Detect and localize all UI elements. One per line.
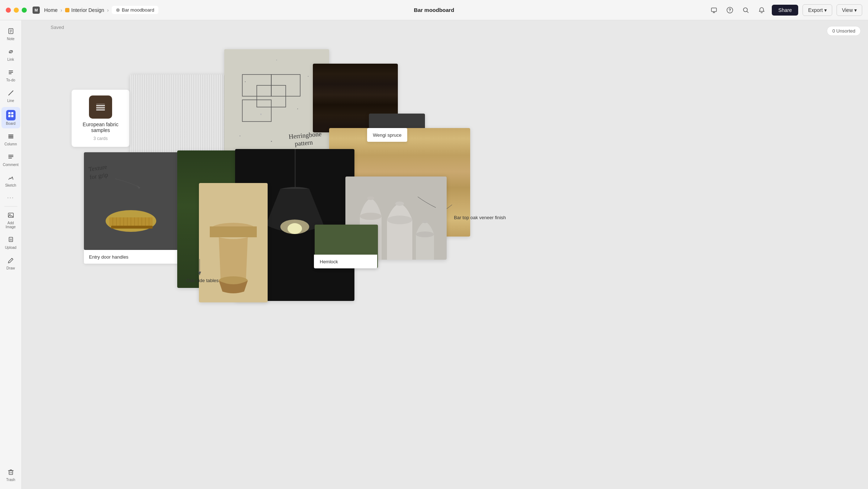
svg-point-55 (288, 223, 302, 234)
svg-rect-24 (9, 237, 13, 242)
breadcrumb: Home › Interior Design › Bar moodboard (44, 6, 158, 14)
sidebar-item-line[interactable]: Line (1, 86, 20, 106)
main-layout: Note Link To-do (0, 20, 868, 489)
hemlock-label-card[interactable]: Hemlock (314, 255, 377, 268)
svg-rect-13 (11, 112, 13, 114)
svg-rect-0 (711, 8, 716, 12)
unsorted-badge[interactable]: 0 Unsorted (827, 26, 861, 36)
svg-rect-21 (8, 158, 12, 158)
sidebar-item-upload[interactable]: Upload (1, 233, 20, 252)
sidebar-item-link[interactable]: Link (1, 45, 20, 64)
device-icon[interactable] (708, 4, 720, 16)
svg-rect-16 (8, 135, 13, 136)
todo-icon (7, 69, 14, 77)
board-label: Board (6, 122, 16, 126)
fabric-count: 3 cards (93, 136, 107, 141)
search-icon[interactable] (740, 4, 752, 16)
sketch-icon (7, 174, 14, 182)
board-icon (6, 110, 16, 120)
group-icon (89, 95, 112, 119)
help-icon[interactable] (724, 4, 736, 16)
comment-label: Comment (3, 163, 18, 167)
sidebar-item-board[interactable]: Board (1, 107, 20, 128)
svg-rect-27 (9, 471, 13, 475)
link-label: Link (7, 58, 14, 61)
svg-point-64 (395, 201, 404, 206)
svg-line-11 (9, 91, 13, 95)
fullscreen-button[interactable] (22, 8, 27, 13)
saved-label: Saved (51, 25, 64, 30)
svg-rect-12 (8, 112, 10, 114)
svg-rect-15 (11, 115, 13, 117)
trash-label: Trash (6, 478, 15, 482)
svg-rect-10 (9, 73, 12, 74)
svg-point-65 (416, 231, 434, 237)
trash-icon (7, 468, 14, 477)
sidebar-item-column[interactable]: Column (1, 130, 20, 149)
svg-rect-52 (111, 226, 153, 229)
sidebar-item-trash[interactable]: Trash (1, 465, 20, 485)
fabric-title: European fabric samples (77, 122, 124, 133)
column-icon (7, 133, 14, 141)
comment-icon (7, 153, 14, 162)
notification-icon[interactable] (756, 4, 767, 16)
wengi-spruce-label: Wengi spruce (373, 132, 401, 138)
titlebar: M Home › Interior Design › Bar moodboard… (0, 0, 868, 20)
sidebar-item-sketch[interactable]: Sketch (1, 171, 20, 190)
sidebar-item-add-image[interactable]: Add Image (1, 209, 20, 232)
sidebar-item-more[interactable]: ··· (1, 192, 20, 204)
door-handles-label-card[interactable]: Entry door handles (84, 250, 180, 264)
sidebar-item-note[interactable]: Note (1, 25, 20, 44)
breadcrumb-project[interactable]: Interior Design (65, 7, 104, 13)
svg-rect-18 (8, 137, 13, 139)
add-image-icon (7, 212, 14, 220)
svg-rect-9 (9, 72, 13, 73)
sidebar-item-comment[interactable]: Comment (1, 150, 20, 170)
bar-top-annotation: Bar top oak veneer finish (454, 215, 506, 220)
svg-rect-14 (8, 115, 10, 117)
canvas[interactable]: Saved 0 Unsorted European fabric samples… (22, 20, 868, 489)
svg-point-63 (387, 216, 412, 224)
sidebar-item-draw[interactable]: Draw (1, 254, 20, 273)
european-fabric-card[interactable]: European fabric samples 3 cards (72, 90, 129, 147)
draw-label: Draw (7, 266, 15, 270)
svg-rect-17 (8, 136, 13, 137)
view-button[interactable]: View ▾ (837, 4, 862, 16)
app-icon: M (33, 7, 40, 14)
add-image-label: Add Image (4, 221, 18, 229)
svg-point-61 (360, 213, 382, 220)
export-button[interactable]: Export ▾ (803, 4, 832, 16)
draw-icon (7, 257, 14, 265)
active-tab[interactable]: Bar moodboard (112, 6, 159, 14)
side-tables-annotation: Oak side tables (186, 278, 219, 283)
sketch-label: Sketch (5, 183, 16, 187)
page-title: Bar moodboard (414, 7, 454, 13)
header-actions: Share Export ▾ View ▾ (708, 4, 862, 16)
svg-rect-8 (9, 71, 13, 71)
hemlock-label: Hemlock (320, 259, 338, 264)
svg-point-23 (9, 214, 10, 215)
note-label: Note (7, 37, 14, 41)
line-icon (7, 89, 14, 98)
sidebar-item-todo[interactable]: To-do (1, 66, 20, 85)
sidebar: Note Link To-do (0, 20, 22, 489)
wengi-spruce-card[interactable]: Wengi spruce (367, 128, 407, 142)
svg-rect-20 (8, 156, 13, 157)
note-icon (7, 27, 14, 36)
share-button[interactable]: Share (772, 5, 798, 16)
breadcrumb-home[interactable]: Home (44, 7, 58, 13)
tab-dot (116, 8, 120, 12)
todo-label: To-do (6, 78, 15, 82)
minimize-button[interactable] (14, 8, 19, 13)
svg-rect-19 (8, 155, 13, 156)
traffic-lights (6, 8, 27, 13)
svg-point-66 (422, 220, 428, 223)
svg-rect-57 (210, 226, 257, 237)
oak-side-table-image[interactable] (199, 183, 268, 302)
svg-point-2 (729, 11, 730, 12)
svg-point-3 (744, 8, 748, 12)
svg-point-62 (367, 196, 374, 200)
upload-label: Upload (5, 246, 17, 250)
breadcrumb-separator2: › (107, 7, 109, 13)
close-button[interactable] (6, 8, 11, 13)
